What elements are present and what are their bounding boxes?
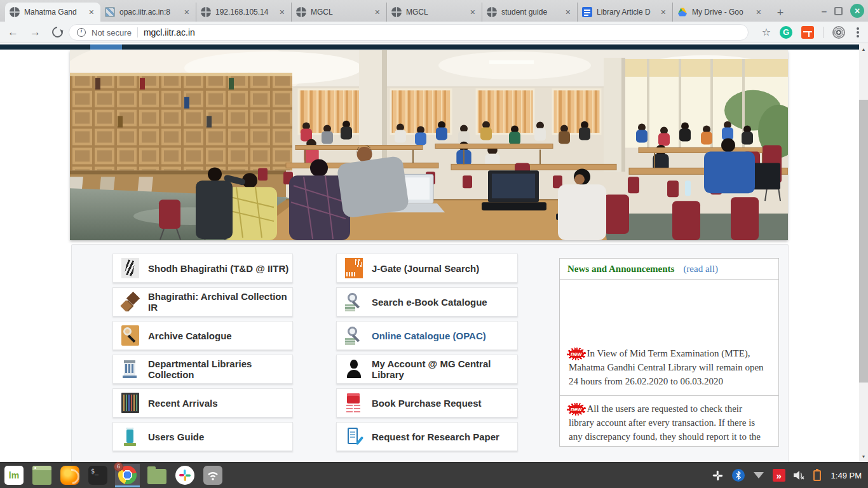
window-minimize-button[interactable]: – [822,6,827,17]
chrome-window-count-badge: 6 [114,462,123,471]
news-title: News and Announcements [567,264,674,274]
active-nav-highlight [90,44,122,50]
globe-favicon [10,7,20,17]
url-text[interactable]: mgcl.iitr.ac.in [144,27,195,37]
scroll-up-arrow[interactable]: ▲ [859,44,868,53]
link-jgate[interactable]: J-Gate (Journal Search) [336,254,518,283]
firefox-icon[interactable] [60,466,79,485]
chrome-menu-icon[interactable] [857,31,859,34]
tab-title: Mahatma Gand [24,8,83,17]
tab-close-icon[interactable]: × [182,7,191,17]
guide-kiosk-icon [121,426,139,447]
tab-opac[interactable]: opac.iitr.ac.in:8 × [100,3,196,22]
tab-close-icon[interactable]: × [87,7,96,17]
tab-close-icon[interactable]: × [373,7,382,17]
mint-menu-button[interactable]: lm [4,466,24,485]
bookmark-star-icon[interactable]: ☆ [762,26,771,38]
reload-button[interactable] [50,25,65,40]
link-archive-catalogue[interactable]: Archive Catalogue [112,321,293,350]
news-panel: News and Announcements (read all) newIn … [559,258,779,447]
webpage-viewport: Shodh Bhagirathi (T&D @ IITR) Bhagirathi… [0,43,859,462]
tab-close-icon[interactable]: × [278,7,287,17]
taskbar-clock[interactable]: 1:49 PM [831,471,862,480]
library-photo [70,50,788,240]
tab-mgcl-2[interactable]: MGCL × [291,3,386,22]
link-ebook-catalogue[interactable]: Search e-Book Catalogue [336,287,518,316]
book-search-icon [345,292,363,312]
tab-close-icon[interactable]: × [564,7,573,17]
tab-close-icon[interactable]: × [754,7,763,17]
news-header: News and Announcements (read all) [560,259,778,280]
security-label[interactable]: Not secure [92,28,132,37]
slack-icon[interactable] [175,466,194,485]
new-tab-button[interactable]: + [771,4,789,22]
network-tool-icon[interactable] [203,466,222,485]
link-my-account[interactable]: My Account @ MG Central Library [336,355,518,384]
new-badge-icon: new [569,349,584,358]
page-scrollbar[interactable]: ▲ ▼ [859,43,868,462]
link-recent-arrivals[interactable]: Recent Arrivals [112,388,293,417]
site-navbar-edge [0,44,859,50]
globe-favicon [487,7,497,17]
grammarly-extension-icon[interactable]: G [780,26,792,39]
back-button[interactable]: ← [8,26,18,39]
layout-extension-icon[interactable] [801,26,814,39]
window-close-button[interactable]: × [850,4,864,18]
archive-search-icon [121,325,139,346]
slack-tray-icon[interactable] [712,469,724,482]
link-users-guide[interactable]: Users Guide [112,422,293,451]
forward-button[interactable]: → [30,26,41,39]
tab-title: Library Article D [597,8,654,17]
link-book-purchase[interactable]: Book Purchase Request [336,388,518,417]
window-controls: – × [822,0,864,22]
site-info-icon[interactable] [77,28,86,37]
battery-icon[interactable] [813,470,821,481]
news-item: newAll the users are requested to check … [560,395,778,447]
tab-my-drive[interactable]: My Drive - Goo × [672,3,768,22]
news-item: newIn View of Mid Term Examination (MTE)… [560,341,778,395]
terminal-icon[interactable]: $_ [88,466,107,485]
volume-muted-icon[interactable] [793,469,806,482]
jgate-logo-icon [345,258,363,278]
chrome-taskbar-slot[interactable]: 6 [115,464,140,487]
person-icon [345,359,363,379]
toolbar-divider [823,27,824,38]
scrollbar-thumb[interactable] [859,100,868,383]
tab-title: student guide [501,8,559,17]
link-departmental-libraries[interactable]: Departmental Libraries Collection [112,355,293,384]
lens-extension-icon[interactable] [832,26,845,39]
file-manager-icon[interactable] [147,469,166,484]
anydesk-icon[interactable]: » [773,469,785,482]
globe-favicon [296,7,306,17]
tab-title: My Drive - Goo [692,8,750,17]
globe-favicon [201,7,211,17]
clipboard-pencil-icon [345,426,363,447]
link-bhagirathi-archival[interactable]: Bhagirathi: Archival Collection IR [112,287,293,316]
thesis-book-icon [121,258,139,278]
tab-library-article[interactable]: Library Article D × [577,3,672,22]
network-signal-icon[interactable] [752,469,765,482]
desktop-screen: Mahatma Gand × opac.iitr.ac.in:8 × 192.1… [0,0,868,488]
quick-links-left-column: Shodh Bhagirathi (T&D @ IITR) Bhagirathi… [112,254,293,456]
tab-ip-address[interactable]: 192.168.105.14 × [196,3,291,22]
tab-student-guide[interactable]: student guide × [482,3,577,22]
tab-mgcl-home[interactable]: Mahatma Gand × [5,3,100,22]
window-restore-button[interactable] [834,7,843,15]
link-research-paper-request[interactable]: Request for Research Paper [336,422,518,451]
link-shodh-bhagirathi[interactable]: Shodh Bhagirathi (T&D @ IITR) [112,254,293,283]
read-all-link[interactable]: (read all) [683,264,718,274]
show-desktop-button[interactable] [32,466,51,485]
book-search-icon [345,325,363,346]
link-opac[interactable]: Online Catalogue (OPAC) [336,321,518,350]
tab-close-icon[interactable]: × [468,7,477,17]
red-book-form-icon [345,393,363,413]
tab-list: Mahatma Gand × opac.iitr.ac.in:8 × 192.1… [5,0,789,22]
tab-mgcl-3[interactable]: MGCL × [386,3,482,22]
omnibox-divider [137,27,138,37]
tab-title: 192.168.105.14 [215,8,273,17]
bluetooth-icon[interactable] [732,469,745,482]
black-laptop [482,170,546,210]
scroll-down-arrow[interactable]: ▼ [859,452,868,461]
tab-close-icon[interactable]: × [659,7,668,17]
address-bar[interactable]: Not secure mgcl.iitr.ac.in [69,24,749,41]
